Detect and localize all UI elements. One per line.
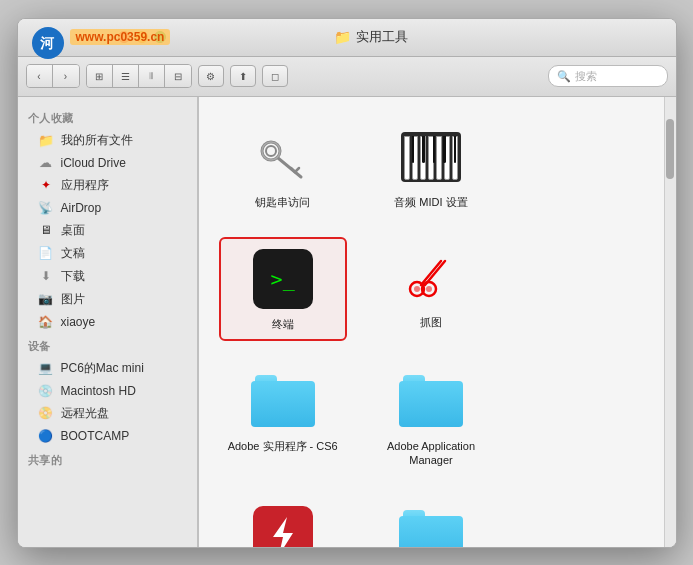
sidebar-item-all-files[interactable]: 我的所有文件 [22, 129, 193, 152]
arrange-button[interactable]: ⚙ [198, 65, 224, 87]
file-item-midi[interactable]: 音频 MIDI 设置 [367, 117, 495, 217]
sidebar-item-desktop[interactable]: 桌面 [22, 219, 193, 242]
back-icon: ‹ [37, 71, 40, 82]
file-item-screenshot[interactable]: 抓图 [367, 237, 495, 341]
svg-line-5 [295, 168, 299, 172]
mac-label: PC6的Mac mini [61, 360, 144, 377]
documents-icon [38, 245, 54, 261]
adobe-cs6-icon [251, 369, 315, 433]
airdrop-icon [38, 200, 54, 216]
svg-point-10 [426, 286, 432, 292]
forward-button[interactable]: › [53, 65, 79, 87]
view-mode-buttons: ⊞ ☰ ⫴ ⊟ [86, 64, 192, 88]
forward-icon: › [64, 71, 67, 82]
file-item-adobe-cs6[interactable]: Adobe 实用程序 - CS6 [219, 361, 347, 476]
terminal-icon: >_ [251, 247, 315, 311]
hd-label: Macintosh HD [61, 384, 136, 398]
svg-point-6 [262, 142, 280, 160]
coverflow-button[interactable]: ⊟ [165, 65, 191, 87]
all-files-icon [38, 132, 54, 148]
adobe-cs6-label: Adobe 实用程序 - CS6 [228, 439, 338, 453]
sidebar-section-devices: 设备 [18, 333, 197, 357]
empty-folder-icon [399, 504, 463, 547]
titlebar: 河 www.pc0359.cn 📁 实用工具 [18, 19, 676, 57]
file-item-keychain[interactable]: 钥匙串访问 [219, 117, 347, 217]
column-view-button[interactable]: ⫴ [139, 65, 165, 87]
terminal-prompt: >_ [271, 267, 295, 291]
svg-line-3 [278, 158, 301, 177]
file-item-adobe-manager[interactable]: Adobe Application Manager [367, 361, 495, 476]
arrange-icon: ⚙ [206, 71, 215, 82]
sidebar-section-personal: 个人收藏 [18, 105, 197, 129]
midi-icon [399, 125, 463, 189]
user-icon [38, 314, 54, 330]
adobe-manager-label: Adobe Application Manager [375, 439, 487, 468]
sidebar-item-remote-disk[interactable]: 远程光盘 [22, 402, 193, 425]
search-placeholder: 搜索 [575, 69, 597, 84]
sidebar-item-downloads[interactable]: 下载 [22, 265, 193, 288]
search-box[interactable]: 🔍 搜索 [548, 65, 668, 87]
watermark-text: www.pc0359.cn [70, 29, 171, 45]
share-icon: ⬆ [239, 71, 247, 82]
svg-text:河: 河 [40, 35, 55, 51]
remote-disk-label: 远程光盘 [61, 405, 109, 422]
photos-label: 图片 [61, 291, 85, 308]
boot-icon [38, 428, 54, 444]
content-area: 钥匙串访问 [199, 97, 664, 547]
downloads-label: 下载 [61, 268, 85, 285]
sidebar-item-airdrop[interactable]: AirDrop [22, 197, 193, 219]
photos-icon [38, 291, 54, 307]
tag-icon: ◻ [271, 71, 279, 82]
desktop-icon [38, 222, 54, 238]
icon-view-button[interactable]: ⊞ [87, 65, 113, 87]
sidebar-item-mac-mini[interactable]: PC6的Mac mini [22, 357, 193, 380]
scrollbar-thumb[interactable] [666, 119, 674, 179]
midi-label: 音频 MIDI 设置 [394, 195, 467, 209]
file-item-folder-empty[interactable] [367, 496, 495, 547]
documents-label: 文稿 [61, 245, 85, 262]
sidebar-item-user[interactable]: xiaoye [22, 311, 193, 333]
mac-icon [38, 360, 54, 376]
scrollbar[interactable] [664, 97, 676, 547]
airdrop-label: AirDrop [61, 201, 102, 215]
scissors-icon [399, 245, 463, 309]
nav-buttons: ‹ › [26, 64, 80, 88]
sidebar-item-bootcamp[interactable]: BOOTCAMP [22, 425, 193, 447]
screenshot-label: 抓图 [420, 315, 442, 329]
bootcamp-label: BOOTCAMP [61, 429, 130, 443]
main-area: 个人收藏 我的所有文件 iCloud Drive 应用程序 AirDrop 桌面 [18, 97, 676, 547]
back-button[interactable]: ‹ [27, 65, 53, 87]
svg-point-2 [266, 146, 276, 156]
tag-button[interactable]: ◻ [262, 65, 288, 87]
icon-view-icon: ⊞ [95, 71, 103, 82]
svg-marker-13 [273, 517, 293, 547]
file-item-terminal[interactable]: >_ 终端 [219, 237, 347, 341]
icloud-label: iCloud Drive [61, 156, 126, 170]
search-icon: 🔍 [557, 70, 571, 83]
sidebar-section-shared: 共享的 [18, 447, 197, 471]
file-item-flash[interactable] [219, 496, 347, 547]
apps-icon [38, 177, 54, 193]
sidebar-item-documents[interactable]: 文稿 [22, 242, 193, 265]
window-title: 实用工具 [356, 28, 408, 46]
all-files-label: 我的所有文件 [61, 132, 133, 149]
title-folder-icon: 📁 [334, 29, 351, 45]
keychain-label: 钥匙串访问 [255, 195, 310, 209]
list-view-button[interactable]: ☰ [113, 65, 139, 87]
icloud-icon [38, 155, 54, 171]
cd-icon [38, 405, 54, 421]
logo-badge: 河 [32, 27, 64, 59]
sidebar-item-photos[interactable]: 图片 [22, 288, 193, 311]
svg-line-12 [425, 261, 445, 285]
keychain-icon [251, 125, 315, 189]
svg-point-8 [414, 286, 420, 292]
toolbar: ‹ › ⊞ ☰ ⫴ ⊟ ⚙ ⬆ [18, 57, 676, 97]
desktop-label: 桌面 [61, 222, 85, 239]
sidebar-item-icloud[interactable]: iCloud Drive [22, 152, 193, 174]
hd-icon [38, 383, 54, 399]
apps-label: 应用程序 [61, 177, 109, 194]
user-label: xiaoye [61, 315, 96, 329]
sidebar-item-macintosh[interactable]: Macintosh HD [22, 380, 193, 402]
sidebar-item-apps[interactable]: 应用程序 [22, 174, 193, 197]
share-button[interactable]: ⬆ [230, 65, 256, 87]
